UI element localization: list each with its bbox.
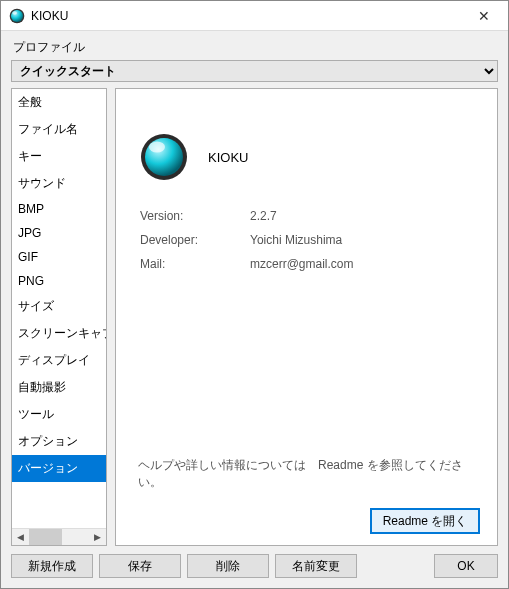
sidebar-list[interactable]: 全般ファイル名キーサウンドBMPJPGGIFPNGサイズスクリーンキャプチャディ…: [12, 89, 106, 528]
sidebar-item-label: サイズ: [18, 299, 54, 313]
scroll-track[interactable]: [29, 529, 89, 545]
sidebar-item-label: BMP: [18, 202, 44, 216]
readme-row: Readme を開く: [134, 509, 479, 533]
sidebar-item-label: スクリーンキャプチャ: [18, 326, 106, 340]
sidebar-item-label: バージョン: [18, 461, 78, 475]
sidebar-item[interactable]: オプション: [12, 428, 106, 455]
rename-button[interactable]: 名前変更: [275, 554, 357, 578]
profile-label: プロファイル: [13, 39, 498, 56]
info-row: Developer:Yoichi Mizushima: [140, 233, 479, 247]
sidebar-item[interactable]: サイズ: [12, 293, 106, 320]
sidebar-item-label: ディスプレイ: [18, 353, 90, 367]
sidebar-item-label: サウンド: [18, 176, 66, 190]
sidebar-item-label: ファイル名: [18, 122, 78, 136]
sidebar-item-label: オプション: [18, 434, 78, 448]
titlebar: KIOKU ✕: [1, 1, 508, 31]
svg-point-5: [149, 142, 165, 153]
sidebar-item-label: キー: [18, 149, 42, 163]
close-button[interactable]: ✕: [464, 2, 504, 30]
app-logo-icon: [140, 133, 188, 181]
sidebar-item[interactable]: ツール: [12, 401, 106, 428]
chevron-right-icon: ▶: [94, 532, 101, 542]
info-value: 2.2.7: [250, 209, 277, 223]
sidebar-item[interactable]: バージョン: [12, 455, 106, 482]
profile-select[interactable]: クイックスタート: [11, 60, 498, 82]
sidebar-item[interactable]: スクリーンキャプチャ: [12, 320, 106, 347]
info-label: Mail:: [140, 257, 250, 271]
sidebar-item[interactable]: サウンド: [12, 170, 106, 197]
info-grid: Version:2.2.7Developer:Yoichi MizushimaM…: [140, 209, 479, 281]
info-row: Version:2.2.7: [140, 209, 479, 223]
sidebar-item[interactable]: ディスプレイ: [12, 347, 106, 374]
sidebar-item-label: ツール: [18, 407, 54, 421]
save-button[interactable]: 保存: [99, 554, 181, 578]
ok-button[interactable]: OK: [434, 554, 498, 578]
sidebar-item[interactable]: 自動撮影: [12, 374, 106, 401]
sidebar-item-label: GIF: [18, 250, 38, 264]
help-text: ヘルプや詳しい情報については Readme を参照してください。: [138, 457, 479, 491]
svg-point-2: [12, 11, 17, 14]
info-value: mzcerr@gmail.com: [250, 257, 354, 271]
chevron-left-icon: ◀: [17, 532, 24, 542]
sidebar-item[interactable]: PNG: [12, 269, 106, 293]
open-readme-button[interactable]: Readme を開く: [371, 509, 479, 533]
sidebar-item[interactable]: ファイル名: [12, 116, 106, 143]
sidebar-item[interactable]: GIF: [12, 245, 106, 269]
info-label: Developer:: [140, 233, 250, 247]
window-title: KIOKU: [31, 9, 464, 23]
footer: 新規作成 保存 削除 名前変更 OK: [11, 554, 498, 578]
app-window: KIOKU ✕ プロファイル クイックスタート 全般ファイル名キーサウンドBMP…: [0, 0, 509, 589]
scroll-thumb[interactable]: [29, 529, 62, 545]
scroll-left-button[interactable]: ◀: [12, 529, 29, 545]
sidebar-item[interactable]: キー: [12, 143, 106, 170]
svg-point-1: [11, 10, 23, 22]
sidebar-hscrollbar[interactable]: ◀ ▶: [12, 528, 106, 545]
sidebar-item-label: 全般: [18, 95, 42, 109]
hero: KIOKU: [134, 133, 479, 181]
app-name: KIOKU: [208, 150, 248, 165]
close-icon: ✕: [478, 8, 490, 24]
sidebar-item[interactable]: JPG: [12, 221, 106, 245]
sidebar-item-label: 自動撮影: [18, 380, 66, 394]
sidebar-item[interactable]: BMP: [12, 197, 106, 221]
scroll-right-button[interactable]: ▶: [89, 529, 106, 545]
body-row: 全般ファイル名キーサウンドBMPJPGGIFPNGサイズスクリーンキャプチャディ…: [11, 88, 498, 546]
new-button[interactable]: 新規作成: [11, 554, 93, 578]
content-panel: KIOKU Version:2.2.7Developer:Yoichi Mizu…: [115, 88, 498, 546]
spacer: [134, 281, 479, 449]
sidebar-item-label: JPG: [18, 226, 41, 240]
client-area: プロファイル クイックスタート 全般ファイル名キーサウンドBMPJPGGIFPN…: [1, 31, 508, 588]
sidebar-item-label: PNG: [18, 274, 44, 288]
info-value: Yoichi Mizushima: [250, 233, 342, 247]
info-row: Mail:mzcerr@gmail.com: [140, 257, 479, 271]
info-label: Version:: [140, 209, 250, 223]
app-icon: [9, 8, 25, 24]
sidebar: 全般ファイル名キーサウンドBMPJPGGIFPNGサイズスクリーンキャプチャディ…: [11, 88, 107, 546]
sidebar-item[interactable]: 全般: [12, 89, 106, 116]
delete-button[interactable]: 削除: [187, 554, 269, 578]
